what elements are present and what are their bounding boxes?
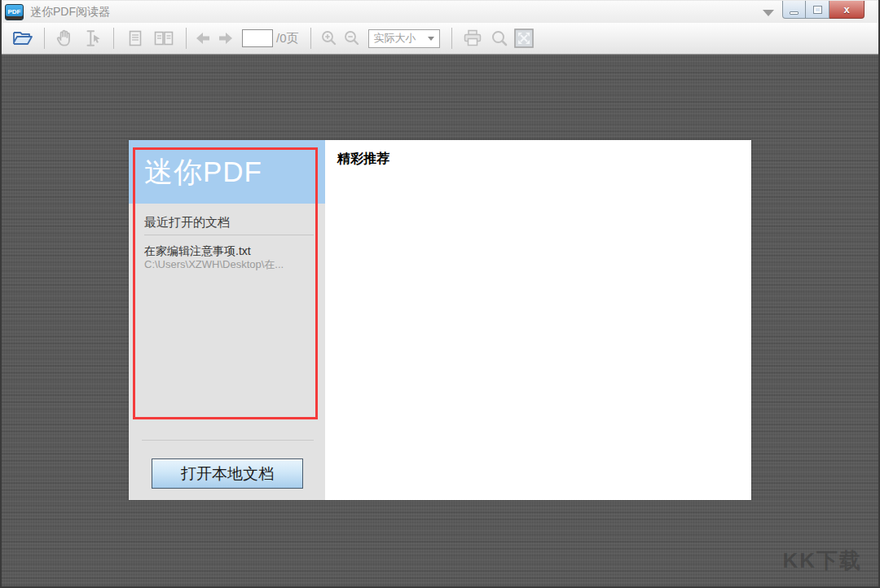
- toolbar-separator: [186, 28, 187, 49]
- single-page-icon: [125, 29, 145, 48]
- minimize-icon: [790, 11, 799, 15]
- document-background: 迷你PDF 最近打开的文档 在家编辑注意事项.txt C:\Users\XZWH…: [2, 55, 878, 586]
- open-local-document-button[interactable]: 打开本地文档: [152, 459, 303, 489]
- toolbar-separator: [451, 28, 452, 49]
- single-page-view-button[interactable]: [125, 29, 145, 48]
- brand-header: 迷你PDF: [129, 140, 325, 204]
- recent-document-path: C:\Users\XZWH\Desktop\在...: [144, 258, 311, 271]
- recent-documents-title: 最近打开的文档: [144, 215, 230, 230]
- recommendations-title: 精彩推荐: [337, 151, 389, 168]
- select-caret-icon: [428, 37, 434, 41]
- sidebar: 迷你PDF 最近打开的文档 在家编辑注意事项.txt C:\Users\XZWH…: [129, 140, 325, 500]
- title-bar: PDF 迷你PDF阅读器 x: [2, 0, 878, 23]
- toolbar-separator: [113, 28, 114, 49]
- fullscreen-icon: [513, 28, 535, 49]
- recommendations-panel: 精彩推荐: [325, 140, 751, 500]
- hand-tool-button[interactable]: [55, 28, 76, 49]
- watermark: KK下载: [782, 546, 862, 575]
- next-page-button[interactable]: [216, 29, 235, 48]
- search-icon: [490, 29, 509, 48]
- zoom-in-button[interactable]: [319, 29, 339, 48]
- open-file-button[interactable]: [11, 29, 34, 48]
- forward-arrow-icon: [216, 29, 235, 48]
- toolbar-options-caret-icon[interactable]: [763, 10, 774, 16]
- welcome-panel: 迷你PDF 最近打开的文档 在家编辑注意事项.txt C:\Users\XZWH…: [129, 140, 751, 500]
- fullscreen-button[interactable]: [513, 28, 535, 49]
- app-window: PDF 迷你PDF阅读器 x: [0, 0, 880, 588]
- zoom-in-icon: [319, 29, 339, 48]
- two-page-icon: [153, 29, 174, 48]
- toolbar: /0页 实际大小: [2, 23, 878, 55]
- page-total-label: /0页: [276, 31, 299, 46]
- app-icon: PDF: [5, 4, 24, 20]
- text-select-tool-button[interactable]: [82, 28, 103, 49]
- close-icon: x: [843, 3, 849, 15]
- close-button[interactable]: x: [829, 1, 865, 19]
- minimize-button[interactable]: [782, 1, 806, 19]
- divider: [144, 235, 314, 235]
- text-select-icon: [82, 28, 103, 49]
- recent-document-item[interactable]: 在家编辑注意事项.txt C:\Users\XZWH\Desktop\在...: [144, 244, 311, 271]
- window-controls: x: [782, 1, 865, 19]
- back-arrow-icon: [193, 29, 213, 48]
- toolbar-separator: [310, 28, 311, 49]
- open-folder-icon: [11, 29, 34, 48]
- toolbar-separator: [44, 28, 45, 49]
- print-button[interactable]: [462, 29, 483, 48]
- maximize-button[interactable]: [806, 1, 829, 19]
- printer-icon: [462, 29, 483, 48]
- zoom-out-icon: [342, 29, 362, 48]
- zoom-level-select[interactable]: 实际大小: [368, 29, 440, 48]
- page-number-input[interactable]: [242, 29, 273, 47]
- recent-document-name: 在家编辑注意事项.txt: [144, 244, 311, 258]
- zoom-level-value: 实际大小: [374, 31, 416, 46]
- zoom-out-button[interactable]: [342, 29, 362, 48]
- previous-page-button[interactable]: [193, 29, 213, 48]
- hand-tool-icon: [55, 28, 76, 49]
- maximize-icon: [814, 7, 821, 13]
- two-page-view-button[interactable]: [153, 29, 174, 48]
- divider: [142, 440, 314, 441]
- window-title: 迷你PDF阅读器: [30, 5, 110, 20]
- search-button[interactable]: [490, 29, 509, 48]
